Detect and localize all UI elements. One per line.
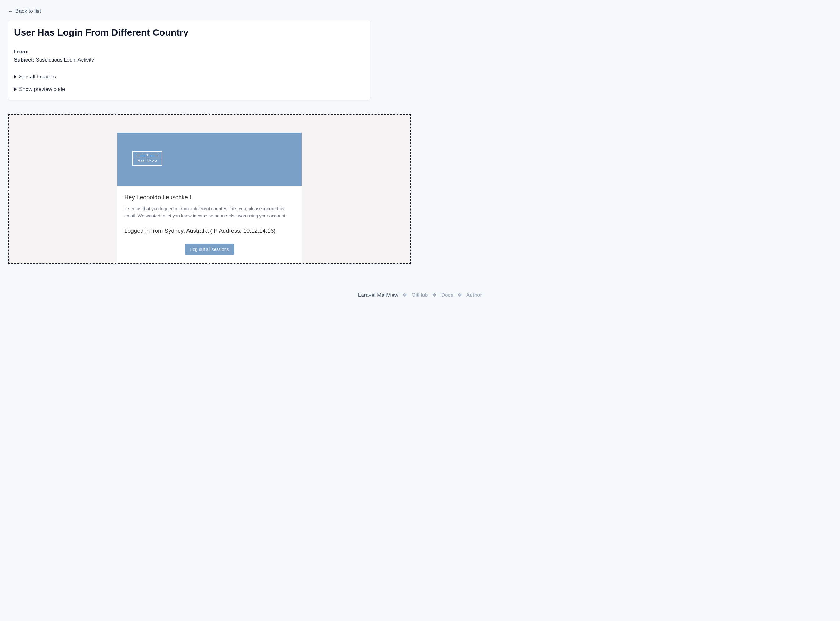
page-title: User Has Login From Different Country — [14, 27, 364, 38]
see-headers-label: See all headers — [19, 74, 56, 80]
back-label: Back to list — [15, 8, 41, 14]
footer-link-github[interactable]: GitHub — [411, 292, 428, 298]
separator-icon: ✻ — [432, 292, 437, 298]
triangle-right-icon — [14, 75, 17, 79]
logo-mark-icon: ✥ — [146, 153, 148, 157]
show-code-label: Show preview code — [19, 86, 65, 92]
subject-label: Subject: — [14, 57, 34, 62]
logo-text: MailView — [133, 158, 162, 164]
from-label: From: — [14, 49, 29, 55]
show-preview-code-toggle[interactable]: Show preview code — [14, 86, 364, 92]
arrow-left-icon: ← — [8, 8, 14, 14]
see-all-headers-toggle[interactable]: See all headers — [14, 74, 364, 80]
footer-brand: Laravel MailView — [358, 292, 398, 298]
mail-meta: From: Subject: Suspicuous Login Activity — [14, 48, 364, 64]
logo: ✥ MailView — [132, 151, 162, 166]
email-login-info: Logged in from Sydney, Australia (IP Add… — [124, 227, 295, 234]
mail-detail-card: User Has Login From Different Country Fr… — [8, 20, 370, 100]
logout-all-sessions-button[interactable]: Log out all sessions — [185, 244, 234, 255]
email-preview-frame: ✥ MailView Hey Leopoldo Leuschke I, It s… — [8, 114, 411, 264]
footer-link-docs[interactable]: Docs — [441, 292, 453, 298]
separator-icon: ✻ — [403, 292, 407, 298]
subject-value: Suspicuous Login Activity — [36, 57, 94, 62]
email-header: ✥ MailView — [118, 133, 302, 186]
logo-lines-right-icon — [151, 153, 158, 157]
triangle-right-icon — [14, 88, 17, 91]
logo-lines-left-icon — [137, 153, 144, 157]
email-container: ✥ MailView Hey Leopoldo Leuschke I, It s… — [118, 133, 302, 264]
email-body: Hey Leopoldo Leuschke I, It seems that y… — [118, 186, 302, 264]
email-greeting: Hey Leopoldo Leuschke I, — [124, 194, 295, 201]
separator-icon: ✻ — [458, 292, 462, 298]
unsubscribe-link[interactable]: Unsubcribe from similar emails — [118, 264, 302, 264]
page-footer: Laravel MailView ✻ GitHub ✻ Docs ✻ Autho… — [8, 292, 832, 304]
footer-link-author[interactable]: Author — [466, 292, 482, 298]
back-to-list-link[interactable]: ← Back to list — [8, 8, 41, 14]
email-paragraph: It seems that you logged in from a diffe… — [124, 205, 295, 219]
